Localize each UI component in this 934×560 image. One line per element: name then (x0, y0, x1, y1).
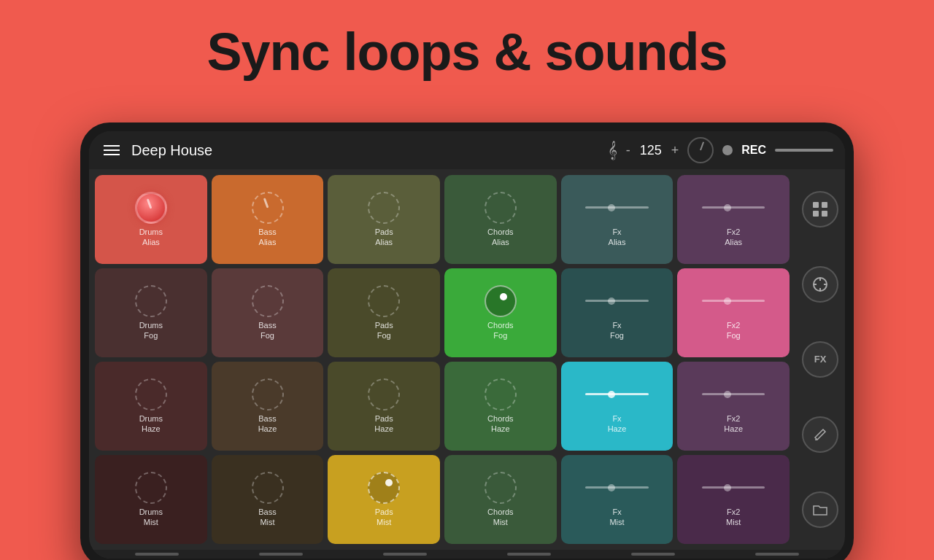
pad-label-3-3: ChordsMist (487, 507, 513, 528)
pad-circle-icon (485, 378, 517, 411)
pad-label-1-1: BassFog (258, 320, 276, 341)
pad-0-5[interactable]: Fx2Alias (677, 175, 790, 264)
pad-label-3-2: PadsMist (375, 507, 393, 528)
pad-label-3-1: BassMist (258, 507, 276, 528)
pad-1-3[interactable]: ChordsFog (444, 268, 557, 357)
grid-view-button[interactable] (802, 191, 838, 228)
indicator-4 (507, 553, 551, 556)
indicator-1 (135, 553, 179, 556)
pad-label-3-5: Fx2Mist (726, 507, 741, 528)
indicator-3 (383, 553, 427, 556)
pad-0-0[interactable]: DrumsAlias (95, 175, 207, 264)
rec-label[interactable]: REC (741, 144, 766, 157)
pad-slider-icon (572, 192, 662, 224)
pad-2-0[interactable]: DrumsHaze (95, 362, 207, 451)
pad-2-2[interactable]: PadsHaze (328, 362, 440, 451)
pad-3-4[interactable]: FxMist (561, 455, 674, 544)
pad-1-5[interactable]: Fx2Fog (677, 268, 790, 357)
pad-label-2-3: ChordsHaze (487, 413, 513, 435)
pad-knob-red (135, 192, 167, 224)
pad-label-2-2: PadsHaze (374, 413, 393, 435)
menu-button[interactable] (101, 142, 123, 158)
grid-row-0: DrumsAlias BassAliasPadsAliasChordsAlias… (95, 175, 790, 264)
pad-2-4[interactable]: FxHaze (561, 362, 674, 451)
pad-label-0-0: DrumsAlias (139, 227, 163, 248)
fx-button[interactable]: FX (802, 341, 838, 378)
pad-circle-icon (252, 378, 284, 411)
song-title: Deep House (131, 142, 599, 159)
dial-icon[interactable] (687, 137, 714, 163)
tempo-controls: - 125 + (626, 143, 679, 158)
svg-rect-0 (813, 202, 819, 208)
edit-button[interactable] (802, 416, 838, 453)
pad-1-2[interactable]: PadsFog (328, 268, 440, 357)
pad-label-2-0: DrumsHaze (139, 413, 163, 435)
pad-3-2[interactable]: PadsMist (328, 455, 440, 544)
pad-1-0[interactable]: DrumsFog (95, 268, 207, 357)
grid-area: DrumsAlias BassAliasPadsAliasChordsAlias… (89, 169, 795, 550)
pad-1-4[interactable]: FxFog (561, 268, 674, 357)
pad-label-0-5: Fx2Alias (725, 227, 742, 248)
phone-frame: Deep House 𝄞 - 125 + REC DrumsAlias Bass… (80, 122, 854, 560)
pad-0-1[interactable]: BassAlias (212, 175, 324, 264)
indicator-5 (631, 553, 675, 556)
pad-active-green (485, 285, 517, 317)
mixer-button[interactable] (802, 266, 838, 303)
pad-circle-icon (485, 472, 517, 504)
pad-circle-icon (368, 378, 400, 411)
indicator-6 (755, 553, 799, 556)
phone-screen: Deep House 𝄞 - 125 + REC DrumsAlias Bass… (89, 131, 845, 559)
pad-circle-icon (485, 192, 517, 224)
pad-label-1-3: ChordsFog (487, 320, 513, 341)
svg-rect-1 (822, 202, 827, 208)
pad-label-3-0: DrumsMist (139, 507, 163, 528)
folder-button[interactable] (802, 491, 838, 528)
svg-rect-2 (813, 211, 819, 217)
pad-3-1[interactable]: BassMist (212, 455, 324, 544)
pad-label-1-5: Fx2Fog (727, 320, 741, 341)
pad-label-0-3: ChordsAlias (487, 227, 513, 248)
main-content: DrumsAlias BassAliasPadsAliasChordsAlias… (89, 169, 845, 550)
pad-slider-icon (572, 285, 662, 317)
rec-dot (722, 145, 733, 155)
tempo-increase[interactable]: + (671, 143, 679, 158)
pad-circle-icon (252, 472, 284, 504)
pad-label-2-5: Fx2Haze (724, 413, 743, 435)
tempo-decrease[interactable]: - (626, 143, 630, 158)
pad-label-1-0: DrumsFog (139, 320, 163, 341)
pad-slider-icon (572, 472, 662, 504)
pad-0-4[interactable]: FxAlias (561, 175, 674, 264)
pad-1-1[interactable]: BassFog (212, 268, 324, 357)
pad-0-2[interactable]: PadsAlias (328, 175, 440, 264)
pad-circle-icon (368, 192, 400, 224)
bottom-indicators (89, 550, 845, 559)
pad-circle-icon (135, 472, 167, 504)
pad-slider-icon (689, 472, 779, 504)
fx-label: FX (814, 354, 827, 365)
pad-2-5[interactable]: Fx2Haze (677, 362, 790, 451)
pad-knob-orange (252, 192, 284, 224)
pad-circle-icon (135, 285, 167, 317)
svg-rect-3 (822, 211, 827, 217)
pad-3-0[interactable]: DrumsMist (95, 455, 207, 544)
pad-circle-icon (135, 378, 167, 411)
pad-label-0-2: PadsAlias (375, 227, 393, 248)
pad-circle-icon (368, 285, 400, 317)
grid-row-2: DrumsHazeBassHazePadsHazeChordsHaze FxHa… (95, 362, 790, 451)
pad-0-3[interactable]: ChordsAlias (444, 175, 557, 264)
pad-3-5[interactable]: Fx2Mist (677, 455, 790, 544)
top-bar: Deep House 𝄞 - 125 + REC (89, 131, 845, 169)
pad-slider-icon (689, 378, 779, 411)
pad-slider-icon (689, 285, 779, 317)
grid-row-1: DrumsFogBassFogPadsFog ChordsFog FxFog F… (95, 268, 790, 357)
right-sidebar: FX (795, 169, 845, 550)
pad-slider-icon (572, 378, 662, 411)
pad-2-3[interactable]: ChordsHaze (444, 362, 557, 451)
indicator-2 (259, 553, 303, 556)
pad-3-3[interactable]: ChordsMist (444, 455, 557, 544)
metronome-icon[interactable]: 𝄞 (608, 141, 617, 160)
pad-label-1-2: PadsFog (375, 320, 393, 341)
pad-2-1[interactable]: BassHaze (212, 362, 324, 451)
pad-label-1-4: FxFog (610, 320, 624, 341)
pad-label-2-4: FxHaze (608, 413, 627, 435)
